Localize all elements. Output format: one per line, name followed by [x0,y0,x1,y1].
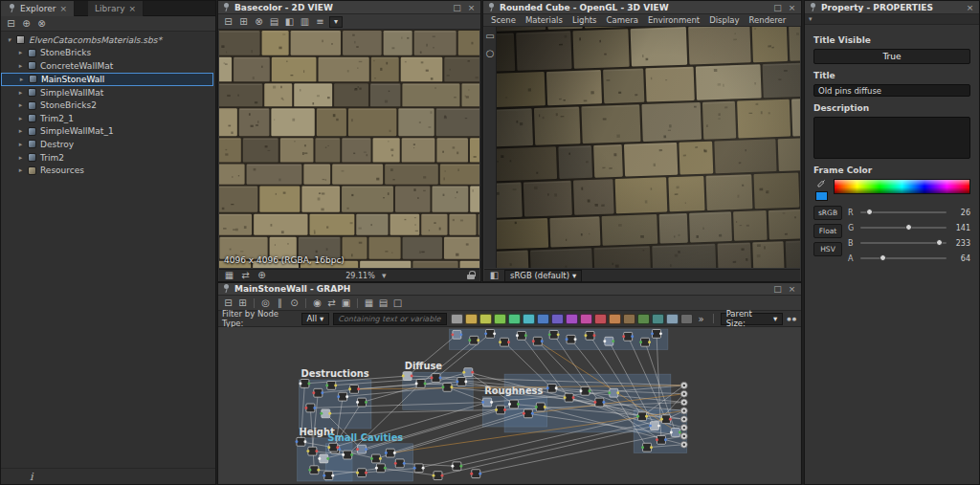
color-mode-float[interactable]: Float [813,224,842,238]
dock-pin-icon[interactable] [222,3,231,12]
node-type-icon[interactable] [551,314,564,324]
tree-item-resources[interactable]: ▸Resources [1,164,215,177]
overflow-icon[interactable]: » [697,314,706,324]
tiling-icon[interactable]: ⇄ [239,270,252,282]
display-icon[interactable]: ▭ [484,30,497,42]
maximize-icon[interactable]: □ [772,284,783,295]
save-icon[interactable]: ⊟ [5,17,17,30]
grid-icon[interactable]: ▦ [363,297,375,309]
view-2d-viewport[interactable]: 4096 x 4096 (RGBA, 16bpc) [219,30,479,268]
focus-icon[interactable]: ◉ [311,297,323,309]
close-icon[interactable]: × [787,2,797,12]
graph-canvas[interactable]: DestructionsDiffuseRoughnessHeightSmall … [219,327,800,483]
menu-scene[interactable]: Scene [491,15,516,25]
tree-item-concretewallmat[interactable]: ▸ConcreteWallMat [1,59,215,73]
reorder-icon[interactable]: ⇄ [325,297,338,309]
dock-pin-icon[interactable] [222,284,231,294]
expander-icon[interactable]: ▸ [17,89,24,97]
node-type-icon[interactable] [594,314,607,324]
node-type-icon[interactable] [537,314,549,324]
node-type-icon[interactable] [580,314,592,324]
title-visible-toggle[interactable]: True [813,49,970,64]
channel-slider-b[interactable] [860,242,947,244]
expander-icon[interactable]: ▸ [17,49,24,56]
new-frame-icon[interactable]: ⊞ [236,297,249,309]
tree-item-simplewallmat[interactable]: ▸SimpleWallMat [1,86,215,99]
channel-select-icon[interactable]: ◧ [283,15,296,28]
node-type-icon[interactable] [451,314,463,324]
image-mode-icon[interactable]: ▤ [268,15,280,28]
maximize-icon[interactable]: □ [452,2,462,12]
node-type-icon[interactable] [652,314,664,324]
histogram-icon[interactable]: ▥ [299,15,311,28]
grid-icon[interactable]: ▦ [223,270,235,282]
zoom-level[interactable]: 29.11% [345,272,375,280]
bulb-icon[interactable]: ○ [484,47,497,59]
slider-thumb[interactable] [936,239,943,246]
channel-slider-a[interactable] [860,257,947,259]
pause-engine-icon[interactable]: ∥ [274,297,286,309]
center-view-icon[interactable]: ⊕ [256,270,268,282]
comment-icon[interactable]: ▤ [377,297,390,309]
close-icon[interactable]: × [129,4,137,13]
tree-item-trim2[interactable]: ▸Trim2 [1,151,215,165]
colorspace-select[interactable]: sRGB (default) ▾ [504,270,582,282]
instances-icon[interactable]: ●● [787,316,797,321]
basecolor-texture[interactable] [219,30,479,268]
maximize-icon[interactable]: □ [772,2,783,12]
tree-item-stonebricks2[interactable]: ▸StoneBricks2 [1,99,215,112]
slider-thumb[interactable] [866,209,873,215]
expander-icon[interactable]: ▸ [17,154,24,162]
menu-lights[interactable]: Lights [572,15,597,25]
menu-camera[interactable]: Camera [607,15,638,25]
fullscreen-icon[interactable]: □ [391,297,404,309]
channel-slider-g[interactable] [860,227,947,229]
node-type-icon[interactable] [494,314,506,324]
new-package-icon[interactable]: ⊕ [20,17,33,30]
node-type-icon[interactable] [508,314,521,324]
save-icon[interactable]: ⊟ [222,15,234,28]
parent-size-select[interactable]: Parent Size: ▾ [721,313,784,325]
save-graph-icon[interactable]: ⊟ [222,297,234,309]
menu-environment[interactable]: Environment [648,15,700,25]
graph-frame[interactable] [449,329,667,350]
close-icon[interactable]: × [59,4,67,13]
zoom-region-icon[interactable]: ⊙ [288,297,301,309]
expander-icon[interactable]: ▸ [18,76,25,83]
view-3d-viewport[interactable] [497,27,800,268]
node-search-input[interactable] [333,313,446,325]
dock-pin-icon[interactable] [809,3,817,12]
tree-item-trim2_1[interactable]: ▸Trim2_1 [1,112,215,125]
node-type-icon[interactable] [609,314,621,324]
snap-icon[interactable]: ▣ [340,297,352,309]
description-input[interactable] [813,117,970,159]
expander-icon[interactable]: ▸ [17,141,24,148]
link-icon[interactable]: ⊗ [253,15,265,28]
menu-materials[interactable]: Materials [525,15,563,25]
expander-icon[interactable]: ▸ [17,166,24,174]
expander-icon[interactable]: ▸ [17,62,24,70]
node-type-filter-select[interactable]: All ▾ [301,313,330,325]
link-icon[interactable]: ⊗ [35,17,48,30]
mip-level-select[interactable]: ▾ [329,16,343,28]
node-type-icon[interactable] [666,314,679,324]
menu-display[interactable]: Display [709,15,739,25]
close-icon[interactable]: × [787,284,797,295]
expander-icon[interactable]: ▸ [17,115,24,122]
chevron-down-icon[interactable]: ▾ [379,271,390,281]
slider-thumb[interactable] [880,254,886,261]
view-3d-header[interactable]: Rounded Cube - OpenGL - 3D VIEW □ × [483,1,801,14]
node-type-icon[interactable] [479,314,492,324]
lock-icon[interactable] [467,271,476,280]
current-color-swatch[interactable] [815,191,828,201]
tab-explorer[interactable]: Explorer × [1,1,75,16]
eyedropper-icon[interactable] [816,179,826,188]
node-type-icon[interactable] [637,314,650,324]
title-input[interactable]: Old pins diffuse [813,84,970,97]
hue-gradient-picker[interactable] [834,179,970,194]
expander-icon[interactable]: ▸ [17,101,24,109]
close-icon[interactable]: × [466,2,477,12]
tree-item-destroy[interactable]: ▸Destroy [1,138,215,151]
expander-icon[interactable]: ▾ [6,36,12,44]
tree-item-simplewallmat_1[interactable]: ▸SimpleWallMat_1 [1,125,215,139]
